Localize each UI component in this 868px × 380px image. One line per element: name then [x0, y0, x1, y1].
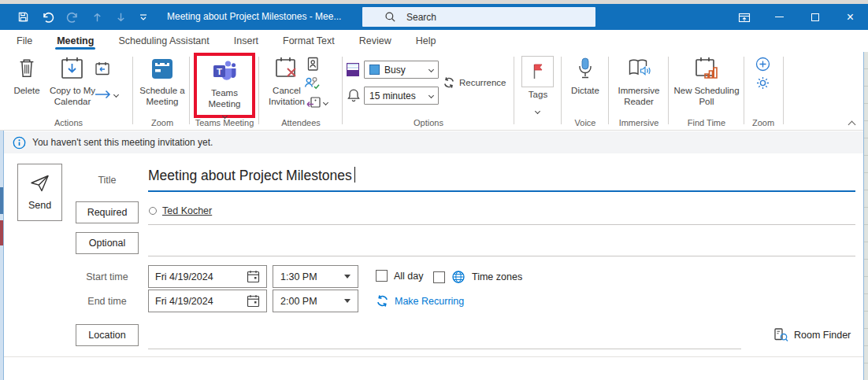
trash-icon [16, 55, 38, 82]
tab-meeting[interactable]: Meeting [56, 30, 95, 52]
search-input[interactable]: Search [362, 7, 595, 27]
busy-color-swatch [369, 65, 380, 75]
date-picker-icon[interactable] [247, 294, 260, 308]
required-attendee[interactable]: Ted Kocher [162, 205, 212, 216]
time-zones-checkbox[interactable] [433, 271, 445, 283]
title-label: Title [76, 175, 139, 186]
group-attendees: Cancel Invitation Attendees [262, 52, 340, 130]
recurrence-icon [443, 76, 455, 89]
tags-button[interactable] [521, 56, 554, 87]
group-find-time: New Scheduling Poll Find Time [671, 52, 742, 130]
redo-icon[interactable] [66, 11, 80, 24]
delete-button[interactable]: Delete [9, 55, 44, 96]
scheduling-poll-icon [694, 55, 719, 82]
room-finder-button[interactable]: Room Finder [773, 327, 851, 342]
group-divider [783, 57, 784, 124]
time-zones-label: Time zones [472, 271, 522, 282]
chevron-down-icon [323, 100, 328, 105]
date-picker-icon[interactable] [247, 270, 260, 283]
close-button[interactable]: × [833, 4, 868, 30]
title-underline [148, 190, 855, 192]
teams-icon: T [212, 57, 237, 84]
group-zoom-controls: Zoom [747, 52, 780, 130]
calendar-download-icon [60, 55, 85, 82]
response-options-icon[interactable] [304, 76, 321, 90]
dropdown-arrow-icon[interactable] [344, 275, 351, 279]
group-divider [132, 57, 133, 124]
group-divider [744, 57, 744, 124]
immersive-reader-button[interactable]: Immersive Reader [611, 55, 666, 107]
end-date-field[interactable]: Fri 4/19/2024 [148, 290, 267, 312]
tab-insert[interactable]: Insert [233, 30, 259, 52]
show-as-select[interactable]: Busy [364, 61, 439, 79]
teams-meeting-button[interactable]: T Teams Meeting [197, 57, 252, 120]
move-up-icon[interactable] [91, 11, 103, 24]
search-icon [384, 11, 396, 23]
immersive-reader-icon [626, 55, 651, 82]
calendar-back-icon[interactable] [95, 61, 110, 76]
location-button[interactable]: Location [76, 324, 139, 346]
gear-icon[interactable] [755, 76, 770, 90]
calendar-cancel-icon [274, 55, 299, 82]
schedule-a-meeting-button[interactable]: Schedule a Meeting [135, 55, 189, 107]
group-divider [561, 57, 562, 124]
tab-file[interactable]: File [16, 30, 33, 52]
tab-format-text[interactable]: Format Text [282, 30, 336, 52]
customize-toolbar-icon[interactable] [139, 13, 148, 22]
required-button[interactable]: Required [76, 201, 139, 223]
window-controls: × [726, 4, 868, 30]
group-zoom-meeting: Schedule a Meeting Zoom [135, 52, 189, 130]
group-immersive: Immersive Reader Immersive [611, 52, 666, 130]
make-recurring-link[interactable]: Make Recurring [376, 294, 464, 308]
chevron-down-icon [536, 102, 540, 116]
recurrence-button[interactable]: Recurrence [443, 76, 506, 89]
required-underline [148, 224, 855, 225]
title-input[interactable]: Meeting about Project Milestones [148, 167, 355, 184]
start-time-field[interactable]: 1:30 PM [273, 265, 358, 288]
end-time-field[interactable]: 2:00 PM [273, 290, 358, 312]
tab-review[interactable]: Review [358, 30, 392, 52]
ribbon-display-options-icon[interactable] [726, 4, 762, 30]
address-book-icon[interactable] [306, 57, 320, 72]
infobar-message: You haven't sent this meeting invitation… [32, 137, 213, 148]
text-cursor [354, 167, 356, 183]
dropdown-arrow-icon[interactable] [344, 299, 351, 303]
group-divider [342, 57, 343, 124]
optional-button[interactable]: Optional [76, 232, 139, 254]
group-divider [189, 57, 190, 124]
dictate-button[interactable]: Dictate [564, 55, 606, 96]
all-day-checkbox[interactable] [376, 270, 388, 282]
new-scheduling-poll-button[interactable]: New Scheduling Poll [671, 55, 742, 107]
recurring-sync-icon [376, 294, 389, 308]
undo-icon[interactable] [41, 11, 54, 24]
outlook-meeting-window: Meeting about Project Milestones - Mee..… [0, 0, 868, 380]
copy-to-my-calendar-button[interactable]: Copy to My Calendar [43, 55, 102, 107]
globe-icon [451, 270, 466, 284]
time-zones-checkbox-row: Time zones [433, 270, 522, 284]
collapse-ribbon-icon[interactable] [849, 116, 855, 131]
tab-scheduling-assistant[interactable]: Scheduling Assistant [117, 30, 210, 52]
group-actions: Delete Copy to My Calendar Actions [6, 52, 131, 130]
tab-help[interactable]: Help [415, 30, 437, 52]
minimize-button[interactable] [762, 4, 797, 30]
chevron-down-icon [113, 91, 119, 97]
window-title: Meeting about Project Milestones - Mee..… [167, 4, 341, 30]
forward-arrow-icon[interactable] [95, 90, 118, 99]
optional-underline [148, 256, 855, 256]
titlebar: Meeting about Project Milestones - Mee..… [0, 4, 868, 30]
group-divider [258, 57, 259, 124]
body-separator [4, 356, 863, 357]
save-icon[interactable] [17, 11, 29, 23]
reminder-select[interactable]: 15 minutes [364, 87, 439, 105]
move-down-icon[interactable] [115, 11, 127, 24]
start-date-field[interactable]: Fri 4/19/2024 [148, 265, 267, 288]
group-divider [608, 57, 609, 124]
send-button[interactable]: Send [17, 164, 62, 221]
all-day-label: All day [394, 271, 424, 282]
chevron-down-icon [428, 67, 434, 72]
quick-access-toolbar [17, 4, 148, 30]
forward-invitation-icon[interactable] [306, 96, 328, 109]
end-time-label: End time [76, 296, 139, 307]
zoom-in-icon[interactable] [755, 57, 770, 72]
maximize-button[interactable] [797, 4, 833, 30]
